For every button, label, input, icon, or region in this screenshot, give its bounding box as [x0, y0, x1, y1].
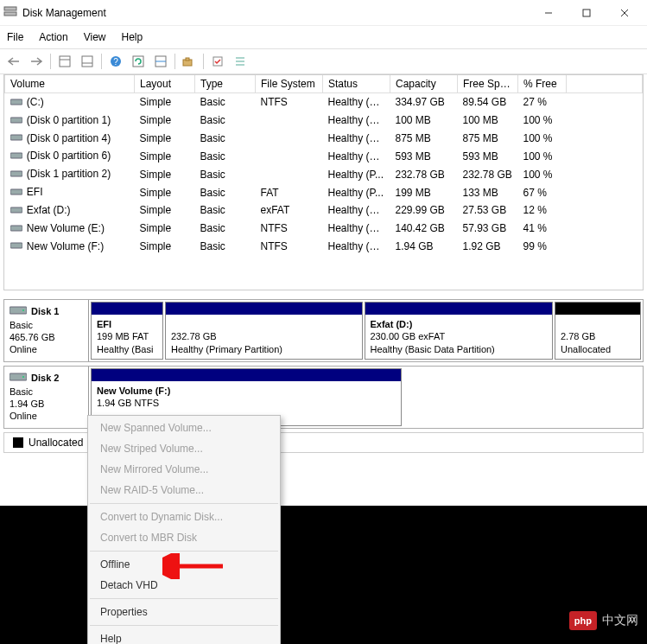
cell-free: 27.53 GB — [458, 201, 518, 220]
minimize-button[interactable] — [530, 0, 568, 26]
menu-separator — [90, 625, 278, 626]
partition-bar — [166, 303, 362, 315]
forward-button[interactable] — [26, 52, 47, 71]
menu-offline[interactable]: Offline — [88, 554, 280, 575]
cell-pct: 99 % — [518, 238, 567, 256]
close-button[interactable] — [606, 0, 644, 26]
settings-button[interactable] — [179, 52, 200, 71]
cell-capacity: 334.97 GB — [390, 93, 458, 112]
cell-fs: NTFS — [256, 220, 323, 238]
volume-table: Volume Layout Type File System Status Ca… — [4, 75, 643, 255]
table-row[interactable]: (Disk 0 partition 6)SimpleBasicHealthy (… — [5, 147, 643, 165]
col-free[interactable]: Free Spa... — [458, 75, 518, 93]
menu-new-mirrored: New Mirrored Volume... — [88, 459, 280, 480]
col-status[interactable]: Status — [323, 75, 390, 93]
cell-volume: New Volume (E:) — [5, 220, 135, 238]
cell-free: 133 MB — [458, 183, 518, 201]
table-row[interactable]: (C:)SimpleBasicNTFSHealthy (B...334.97 G… — [5, 93, 643, 112]
menu-help[interactable]: Help — [88, 628, 280, 644]
partition-unallocated[interactable]: 2.78 GB Unallocated — [555, 302, 641, 360]
table-row[interactable]: New Volume (E:)SimpleBasicNTFSHealthy (B… — [5, 220, 643, 238]
legend-label: Unallocated — [29, 437, 83, 449]
svg-rect-3 — [583, 10, 590, 16]
cell-status: Healthy (R... — [323, 130, 390, 148]
view-top-button[interactable] — [54, 52, 75, 71]
column-header-row[interactable]: Volume Layout Type File System Status Ca… — [5, 75, 643, 93]
table-row[interactable]: (Disk 1 partition 2)SimpleBasicHealthy (… — [5, 165, 643, 183]
cell-free: 57.93 GB — [458, 220, 518, 238]
list-button[interactable] — [230, 52, 251, 71]
partition-size: 230.00 GB exFAT — [371, 331, 446, 341]
disk-panel[interactable]: Disk 1 Basic 465.76 GB Online EFI 199 MB… — [3, 299, 644, 362]
table-row[interactable]: Exfat (D:)SimpleBasicexFATHealthy (B...2… — [5, 201, 643, 220]
partition-map: EFI 199 MB FAT Healthy (Basi 232.78 GB H… — [89, 300, 643, 361]
partition-size: 1.94 GB NTFS — [97, 398, 159, 408]
menu-new-striped: New Striped Volume... — [88, 438, 280, 459]
cell-status: Healthy (R... — [323, 147, 390, 165]
col-filesystem[interactable]: File System — [256, 75, 323, 93]
cell-capacity: 232.78 GB — [390, 165, 458, 183]
cell-layout: Simple — [135, 238, 195, 256]
disk-icon — [10, 305, 27, 318]
menu-convert-mbr: Convert to MBR Disk — [88, 527, 280, 548]
table-row[interactable]: New Volume (F:)SimpleBasicNTFSHealthy (B… — [5, 238, 643, 256]
menu-properties[interactable]: Properties — [88, 602, 280, 622]
table-row[interactable]: (Disk 0 partition 1)SimpleBasicHealthy (… — [5, 112, 643, 130]
disk-info[interactable]: Disk 2 Basic 1.94 GB Online — [4, 367, 89, 428]
cell-capacity: 140.42 GB — [390, 220, 458, 238]
partition[interactable]: Exfat (D:) 230.00 GB exFAT Healthy (Basi… — [365, 302, 554, 360]
rescan-button[interactable] — [150, 52, 171, 71]
cell-free: 875 MB — [458, 130, 518, 148]
cell-capacity: 100 MB — [390, 112, 458, 130]
cell-layout: Simple — [135, 93, 195, 112]
menu-file[interactable]: File — [0, 28, 30, 47]
svg-rect-26 — [10, 189, 22, 194]
cell-free: 593 MB — [458, 147, 518, 165]
cell-capacity: 229.99 GB — [390, 201, 458, 220]
cell-volume: EFI — [5, 183, 135, 201]
col-type[interactable]: Type — [195, 75, 256, 93]
menu-help[interactable]: Help — [115, 28, 150, 47]
view-bottom-button[interactable] — [77, 52, 98, 71]
table-row[interactable]: EFISimpleBasicFATHealthy (P...199 MB133 … — [5, 183, 643, 201]
cell-layout: Simple — [135, 130, 195, 148]
partition-bar — [92, 369, 401, 381]
cell-status: Healthy (P... — [323, 183, 390, 201]
svg-rect-23 — [10, 135, 22, 140]
help-button[interactable]: ? — [105, 52, 126, 71]
context-menu: New Spanned Volume... New Striped Volume… — [87, 415, 281, 644]
svg-rect-8 — [82, 56, 92, 67]
cell-type: Basic — [195, 165, 256, 183]
menu-view[interactable]: View — [77, 28, 113, 47]
cell-fs: FAT — [256, 183, 323, 201]
maximize-button[interactable] — [568, 0, 606, 26]
cell-capacity: 1.94 GB — [390, 238, 458, 256]
menu-separator — [90, 598, 278, 599]
svg-rect-16 — [186, 58, 189, 61]
menu-convert-dynamic: Convert to Dynamic Disk... — [88, 507, 280, 527]
col-volume[interactable]: Volume — [5, 75, 135, 93]
refresh-button[interactable] — [128, 52, 149, 71]
col-layout[interactable]: Layout — [135, 75, 195, 93]
partition-label: New Volume (F:) — [97, 386, 170, 396]
partition-status: Healthy (Basic Data Partition) — [371, 344, 495, 354]
menu-detach-vhd[interactable]: Detach VHD — [88, 575, 280, 596]
cell-fs: NTFS — [256, 93, 323, 112]
partition-status: Healthy (Primary Partition) — [171, 344, 282, 354]
table-row[interactable]: (Disk 0 partition 4)SimpleBasicHealthy (… — [5, 130, 643, 148]
partition-bar — [92, 303, 162, 315]
properties-button[interactable] — [207, 52, 228, 71]
partition[interactable]: EFI 199 MB FAT Healthy (Basi — [91, 302, 163, 360]
disk-info[interactable]: Disk 1 Basic 465.76 GB Online — [4, 300, 89, 361]
back-button[interactable] — [3, 52, 24, 71]
cell-fs — [256, 112, 323, 130]
cell-status: Healthy (B... — [323, 93, 390, 112]
col-capacity[interactable]: Capacity — [390, 75, 458, 93]
col-pct[interactable]: % Free — [518, 75, 567, 93]
partition[interactable]: 232.78 GB Healthy (Primary Partition) — [165, 302, 363, 360]
volume-list[interactable]: Volume Layout Type File System Status Ca… — [3, 74, 644, 290]
partition-label: EFI — [97, 319, 111, 329]
menu-action[interactable]: Action — [32, 28, 74, 47]
disk-mgmt-icon — [3, 4, 17, 18]
cell-layout: Simple — [135, 201, 195, 220]
